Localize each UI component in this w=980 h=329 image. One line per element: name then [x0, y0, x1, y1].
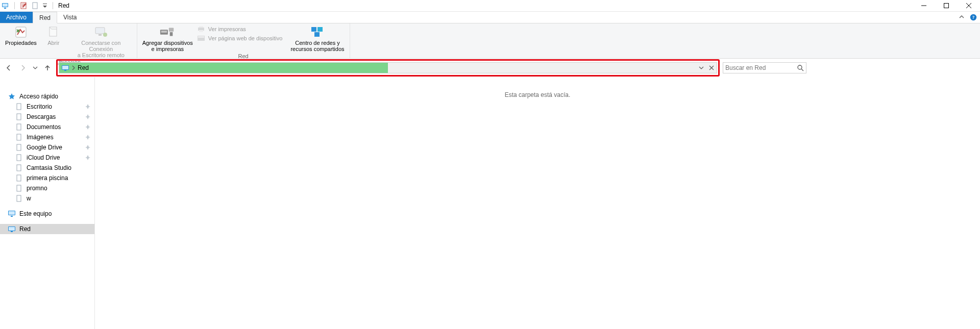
svg-rect-31: [17, 114, 21, 120]
content-area: Esta carpeta está vacía.: [95, 77, 980, 329]
quick-access-item[interactable]: w: [0, 193, 94, 204]
this-pc[interactable]: Este equipo: [0, 209, 94, 219]
quick-access-item[interactable]: Descargas: [0, 112, 94, 122]
rdp-label: Conectarse con Conexión a Escritorio rem…: [70, 40, 132, 58]
quick-access[interactable]: Acceso rápido: [0, 91, 94, 102]
svg-rect-22: [198, 36, 204, 38]
quick-access-item[interactable]: promno: [0, 183, 94, 193]
quick-access-item-label: w: [27, 195, 31, 202]
file-icon: [14, 164, 23, 171]
view-device-page-label: Ver página web de dispositivo: [208, 35, 283, 41]
file-icon: [14, 134, 23, 141]
group-location: Propiedades Abrir Conectarse con Conexió…: [0, 23, 137, 58]
tab-view[interactable]: Vista: [57, 12, 83, 23]
file-icon: [14, 113, 23, 120]
network-icon: [7, 225, 16, 233]
address-dropdown-button[interactable]: [696, 65, 706, 70]
search-icon: [797, 64, 804, 71]
minimize-button[interactable]: [913, 0, 935, 11]
this-pc-label: Este equipo: [19, 210, 52, 217]
quick-access-item[interactable]: Escritorio: [0, 102, 94, 112]
svg-rect-11: [95, 28, 105, 34]
rdp-icon: [93, 26, 109, 39]
properties-button[interactable]: Propiedades: [3, 24, 39, 47]
close-button[interactable]: [958, 0, 980, 11]
rdp-button: Conectarse con Conexión a Escritorio rem…: [68, 24, 134, 59]
svg-rect-28: [64, 70, 66, 71]
address-bar[interactable]: Red: [59, 62, 717, 73]
add-devices-label: Agregar dispositivos e impresoras: [142, 40, 193, 52]
open-icon: [45, 26, 62, 39]
printer-icon: [197, 26, 205, 33]
svg-rect-12: [99, 34, 102, 36]
file-icon: [14, 123, 23, 131]
quick-access-item[interactable]: iCloud Drive: [0, 153, 94, 163]
nav-back-button[interactable]: [3, 62, 14, 73]
quick-access-item[interactable]: primera piscina: [0, 173, 94, 183]
quick-access-item[interactable]: Camtasia Studio: [0, 163, 94, 173]
window-title: Red: [58, 2, 69, 9]
file-icon: [14, 103, 23, 110]
file-icon: [14, 185, 23, 192]
svg-rect-19: [199, 26, 203, 28]
star-icon: [7, 93, 16, 100]
open-button: Abrir: [39, 24, 68, 47]
svg-rect-39: [17, 195, 21, 201]
quick-access-item[interactable]: Imágenes: [0, 132, 94, 142]
pin-icon: [85, 104, 90, 109]
svg-rect-42: [11, 216, 13, 217]
qat-blank-icon[interactable]: [31, 2, 39, 10]
address-network-icon: [61, 64, 69, 71]
nav-network[interactable]: Red: [0, 224, 94, 234]
nav-up-button[interactable]: [42, 62, 53, 73]
collapse-ribbon-icon[interactable]: [959, 14, 965, 20]
help-icon[interactable]: ?: [970, 14, 977, 21]
address-stop-button[interactable]: [706, 65, 717, 70]
tab-file[interactable]: Archivo: [0, 12, 33, 23]
empty-folder-message: Esta carpeta está vacía.: [505, 91, 571, 98]
file-icon: [14, 174, 23, 182]
svg-text:?: ?: [972, 15, 975, 20]
svg-rect-41: [9, 211, 15, 215]
pin-icon: [85, 124, 90, 130]
tab-network[interactable]: Red: [33, 12, 57, 23]
network-center-button[interactable]: Centro de redes y recursos compartidos: [288, 24, 346, 53]
quick-access-item-label: Escritorio: [27, 103, 52, 110]
file-icon: [14, 144, 23, 151]
address-location[interactable]: Red: [78, 64, 89, 71]
titlebar: Red: [0, 0, 980, 12]
svg-rect-45: [11, 231, 13, 232]
nav-network-label: Red: [19, 225, 31, 233]
search-box[interactable]: Buscar en Red: [723, 62, 806, 73]
open-label: Abrir: [47, 40, 59, 46]
view-printers-label: Ver impresoras: [208, 26, 246, 32]
maximize-button[interactable]: [935, 0, 958, 11]
qat-dropdown-icon[interactable]: [42, 2, 47, 10]
quick-access-item-label: primera piscina: [27, 174, 68, 182]
quick-access-item[interactable]: Google Drive: [0, 142, 94, 153]
svg-rect-27: [62, 66, 68, 69]
quick-access-item[interactable]: Documentos: [0, 122, 94, 132]
pin-icon: [85, 135, 90, 140]
svg-rect-38: [17, 185, 21, 191]
svg-rect-20: [199, 30, 203, 32]
nav-tree: Acceso rápido EscritorioDescargasDocumen…: [0, 77, 95, 329]
nav-history-button[interactable]: [32, 62, 39, 73]
svg-rect-36: [17, 165, 21, 171]
ribbon: Propiedades Abrir Conectarse con Conexió…: [0, 23, 980, 59]
qat-properties-icon[interactable]: [20, 2, 28, 10]
add-devices-button[interactable]: Agregar dispositivos e impresoras: [140, 24, 195, 53]
group-network: Agregar dispositivos e impresoras Ver im…: [137, 23, 350, 58]
svg-rect-44: [9, 227, 15, 231]
svg-rect-23: [311, 27, 316, 32]
svg-rect-34: [17, 144, 21, 150]
network-center-icon: [309, 26, 326, 39]
svg-rect-15: [161, 31, 167, 33]
svg-rect-33: [17, 134, 21, 140]
svg-rect-25: [314, 32, 320, 37]
search-placeholder: Buscar en Red: [725, 64, 797, 71]
view-printers-button: Ver impresoras: [197, 26, 283, 33]
add-devices-icon: [159, 26, 176, 39]
svg-rect-37: [17, 175, 21, 181]
quick-access-item-label: Camtasia Studio: [27, 164, 71, 171]
